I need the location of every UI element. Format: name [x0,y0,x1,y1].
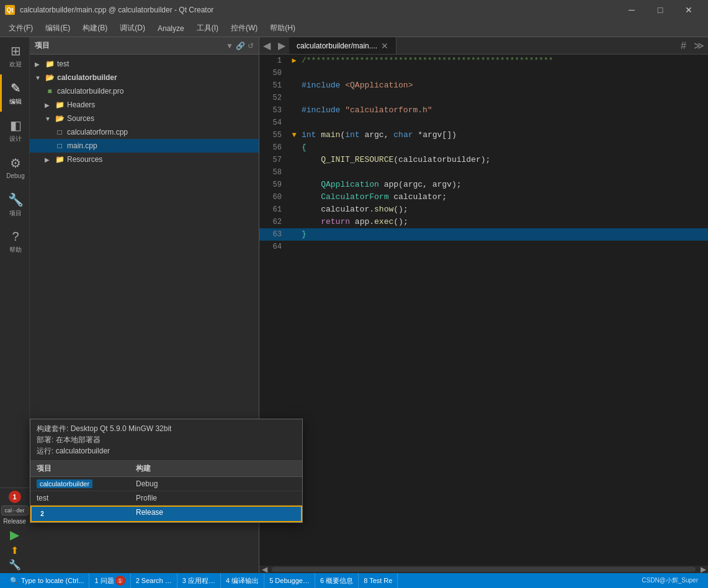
code-line-63: 63 } [259,228,708,241]
tab-close-icon[interactable]: ✕ [381,41,388,51]
build-button[interactable]: ⬆ [11,545,19,556]
search-icon: 🔍 [10,577,19,585]
menu-controls[interactable]: 控件(W) [225,20,264,36]
status-issues[interactable]: 1 问题 ① [89,573,130,588]
tab-nav-next[interactable]: ▶ [274,37,289,54]
maximize-button[interactable]: □ [646,0,674,20]
code-editor[interactable]: 1 ▶ /***********************************… [259,55,708,566]
sidebar-item-edit[interactable]: ✎ 编辑 [0,74,30,112]
sidebar-item-debug[interactable]: ⚙ Debug [0,149,30,186]
menu-debug[interactable]: 调试(D) [114,20,151,36]
design-icon: ◧ [10,118,22,133]
tree-item-pro[interactable]: ■ calculatorbuilder.pro [30,84,259,98]
popup-row-release[interactable]: 2 Release [30,506,302,522]
status-test[interactable]: 8 Test Re [359,573,398,588]
status-summary[interactable]: 6 概要信息 [315,573,359,588]
popup-cell-build-2: Profile [130,491,163,505]
popup-col-project: 项目 [30,461,130,476]
code-line-57: 57 Q_INIT_RESOURCE(calculatorbuilder); [259,154,708,166]
code-content-63: } [299,228,307,241]
scroll-track[interactable] [272,567,696,572]
code-line-50: 50 [259,67,708,79]
file-icon-calculatorform-cpp: □ [55,127,65,137]
line-num-56: 56 [259,141,289,154]
sidebar-item-project[interactable]: 🔧 项目 [0,186,30,223]
menu-analyze[interactable]: Analyze [151,22,190,35]
editor-area: ◀ ▶ calculatorbuilder/main.... ✕ # ≫ [259,37,708,573]
popup-build-info: 构建套件: Desktop Qt 5.9.0 MinGW 32bit 部署: 在… [30,419,302,461]
tree-item-main-cpp[interactable]: □ main.cpp [30,139,259,153]
kit-panel: 1 cal···der Release ▶ ⬆ 🔧 [0,488,30,573]
line-num-64: 64 [259,241,289,253]
tree-item-test[interactable]: ▶ 📁 test [30,57,259,71]
panel-actions: ▼ 🔗 ↺ [226,42,254,50]
tab-nav-prev[interactable]: ◀ [259,37,274,54]
tree-arrow-calculatorbuilder: ▼ [35,74,42,81]
link-icon[interactable]: 🔗 [236,42,245,50]
code-line-51: 51 #include <QApplication> [259,79,708,92]
status-app[interactable]: 3 应用程… [177,573,221,588]
line-num-54: 54 [259,117,289,129]
tree-item-headers[interactable]: ▶ 📁 Headers [30,98,259,112]
sidebar-item-welcome[interactable]: ⊞ 欢迎 [0,37,30,74]
menu-file[interactable]: 文件(F) [2,20,39,36]
kit-selector-button[interactable]: cal···der [1,506,29,515]
tab-hash[interactable]: # [677,37,690,54]
tree-item-calculatorbuilder[interactable]: ▼ 📂 calculatorbuilder [30,71,259,84]
menu-build[interactable]: 构建(B) [76,20,114,36]
code-content-57: Q_INIT_RESOURCE(calculatorbuilder); [299,154,490,166]
code-line-53: 53 #include "calculatorform.h" [259,104,708,117]
tree-item-resources[interactable]: ▶ 📁 Resources [30,153,259,166]
scroll-right-btn[interactable]: ▶ [698,565,708,573]
sidebar-item-design[interactable]: ◧ 设计 [0,112,30,149]
popup-row-test[interactable]: test Profile [30,491,302,506]
popup-cell-project-2: test [30,491,130,505]
status-debugger[interactable]: 5 Debugge… [264,573,315,588]
popup-row-calculatorbuilder[interactable]: calculatorbuilder Debug [30,477,302,491]
tab-overflow[interactable]: ≫ [690,37,708,54]
status-search-panel[interactable]: 2 Search … [131,573,177,588]
scroll-left-btn[interactable]: ◀ [259,565,269,573]
status-branding: CSDN@小辉_Super [637,576,703,585]
status-search[interactable]: 🔍 Type to locate (Ctrl... [5,573,89,588]
menu-edit[interactable]: 编辑(E) [39,20,76,36]
code-line-52: 52 [259,92,708,104]
debug-icon: ⚙ [10,156,21,171]
code-line-54: 54 [259,117,708,129]
line-num-62: 62 [259,216,289,228]
popup-col-build: 构建 [130,461,157,476]
tool-button[interactable]: 🔧 [9,559,21,571]
file-icon-main-cpp: □ [55,141,65,151]
editor-tab-main-cpp[interactable]: calculatorbuilder/main.... ✕ [289,37,397,54]
line-num-60: 60 [259,191,289,203]
tree-item-sources[interactable]: ▼ 📂 Sources [30,112,259,125]
popup-table-header: 项目 构建 [30,461,302,477]
tree-label-resources: Resources [67,155,102,164]
sidebar-label-edit: 编辑 [9,97,22,106]
filter-icon[interactable]: ▼ [226,42,233,50]
line-num-53: 53 [259,104,289,117]
mode-label[interactable]: Release [3,518,26,525]
line-arrow-55: ▼ [289,129,299,141]
sync-icon[interactable]: ↺ [248,42,254,50]
close-button[interactable]: ✕ [674,0,703,20]
project-panel-title: 项目 [35,40,50,51]
code-content-51: #include <QApplication> [299,79,413,92]
tree-arrow-resources: ▶ [45,156,52,163]
code-line-62: 62 return app.exec(); [259,216,708,228]
sidebar-label-debug: Debug [6,172,24,179]
code-line-64: 64 [259,241,708,253]
badge-2: 2 [37,508,48,519]
minimize-button[interactable]: ─ [617,0,646,20]
line-num-52: 52 [259,92,289,104]
status-compile[interactable]: 4 编译输出 [221,573,264,588]
menu-help[interactable]: 帮助(H) [264,20,302,36]
help-icon: ? [12,229,19,244]
sidebar-item-help[interactable]: ? 帮助 [0,223,30,261]
badge-1[interactable]: 1 [9,491,21,503]
tree-item-calculatorform-cpp[interactable]: □ calculatorform.cpp [30,125,259,139]
run-button[interactable]: ▶ [10,527,19,542]
editor-tabs: ◀ ▶ calculatorbuilder/main.... ✕ # ≫ [259,37,708,55]
menu-tools[interactable]: 工具(I) [190,20,225,36]
editor-scrollbar-horizontal[interactable]: ◀ ▶ [259,566,708,573]
